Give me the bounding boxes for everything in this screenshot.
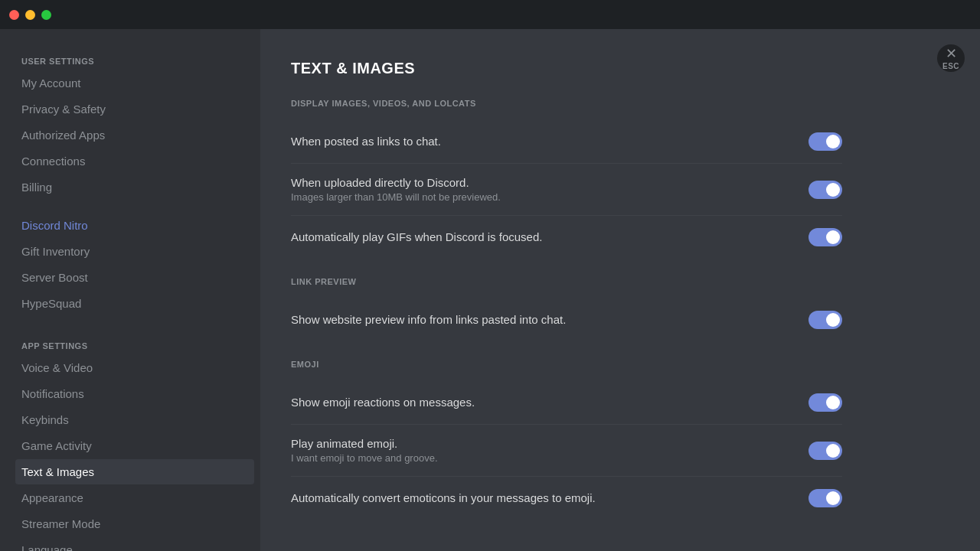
section-label-link-preview: LINK PREVIEW bbox=[291, 277, 842, 286]
content-area: ✕ ESC TEXT & IMAGES DISPLAY IMAGES, VIDE… bbox=[260, 29, 980, 551]
sidebar-item-billing[interactable]: Billing bbox=[15, 174, 254, 200]
toggle-auto-convert-emoticons[interactable] bbox=[808, 489, 842, 507]
sidebar-item-privacy-safety[interactable]: Privacy & Safety bbox=[15, 96, 254, 122]
setting-sublabel-when-uploaded-directly: Images larger than 10MB will not be prev… bbox=[291, 191, 793, 203]
x-icon: ✕ bbox=[946, 47, 957, 60]
setting-label-auto-convert-emoticons: Automatically convert emoticons in your … bbox=[291, 491, 793, 504]
window-controls bbox=[9, 10, 51, 20]
setting-label-show-website-preview: Show website preview info from links pas… bbox=[291, 313, 793, 326]
setting-row-auto-convert-emoticons: Automatically convert emoticons in your … bbox=[291, 477, 842, 520]
sidebar: USER SETTINGS My AccountPrivacy & Safety… bbox=[0, 29, 260, 551]
app-container: USER SETTINGS My AccountPrivacy & Safety… bbox=[0, 29, 980, 551]
maximize-window-button[interactable] bbox=[41, 10, 51, 20]
toggle-play-animated-emoji[interactable] bbox=[808, 442, 842, 460]
close-window-button[interactable] bbox=[9, 10, 19, 20]
toggle-when-posted-links[interactable] bbox=[808, 132, 842, 151]
setting-label-show-emoji-reactions: Show emoji reactions on messages. bbox=[291, 396, 793, 409]
toggle-slider-auto-play-gifs bbox=[808, 228, 842, 246]
setting-text-auto-convert-emoticons: Automatically convert emoticons in your … bbox=[291, 491, 808, 506]
setting-text-show-emoji-reactions: Show emoji reactions on messages. bbox=[291, 396, 808, 410]
toggle-show-emoji-reactions[interactable] bbox=[808, 393, 842, 412]
setting-sublabel-play-animated-emoji: I want emoji to move and groove. bbox=[291, 452, 793, 464]
setting-text-show-website-preview: Show website preview info from links pas… bbox=[291, 313, 808, 328]
toggle-slider-auto-convert-emoticons bbox=[808, 489, 842, 507]
sidebar-item-hypesquad[interactable]: HypeSquad bbox=[15, 291, 254, 316]
toggle-auto-play-gifs[interactable] bbox=[808, 228, 842, 246]
section-label-display-images: DISPLAY IMAGES, VIDEOS, AND LOLCATS bbox=[291, 99, 842, 108]
setting-row-play-animated-emoji: Play animated emoji.I want emoji to move… bbox=[291, 425, 842, 477]
sidebar-item-notifications[interactable]: Notifications bbox=[15, 381, 254, 406]
sidebar-item-text-images[interactable]: Text & Images bbox=[15, 459, 254, 484]
setting-text-auto-play-gifs: Automatically play GIFs when Discord is … bbox=[291, 230, 808, 245]
sidebar-item-discord-nitro[interactable]: Discord Nitro bbox=[15, 213, 254, 238]
page-title: TEXT & IMAGES bbox=[291, 60, 842, 77]
section-link-preview: LINK PREVIEWShow website preview info fr… bbox=[291, 277, 842, 341]
setting-text-when-posted-links: When posted as links to chat. bbox=[291, 135, 808, 149]
section-emoji: EMOJIShow emoji reactions on messages.Pl… bbox=[291, 360, 842, 520]
app-settings-label: APP SETTINGS bbox=[15, 329, 254, 354]
toggle-slider-show-emoji-reactions bbox=[808, 393, 842, 412]
setting-row-when-uploaded-directly: When uploaded directly to Discord.Images… bbox=[291, 164, 842, 216]
setting-row-auto-play-gifs: Automatically play GIFs when Discord is … bbox=[291, 216, 842, 259]
sidebar-item-my-account[interactable]: My Account bbox=[15, 70, 254, 96]
setting-label-play-animated-emoji: Play animated emoji. bbox=[291, 437, 793, 450]
esc-label: ESC bbox=[942, 62, 959, 70]
toggle-slider-when-posted-links bbox=[808, 132, 842, 151]
sidebar-item-appearance[interactable]: Appearance bbox=[15, 485, 254, 510]
content-inner: TEXT & IMAGES DISPLAY IMAGES, VIDEOS, AN… bbox=[291, 60, 842, 520]
user-settings-label: USER SETTINGS bbox=[15, 44, 254, 69]
sidebar-item-connections[interactable]: Connections bbox=[15, 148, 254, 174]
toggle-show-website-preview[interactable] bbox=[808, 311, 842, 329]
close-settings-button[interactable]: ✕ ESC bbox=[937, 44, 965, 72]
setting-text-play-animated-emoji: Play animated emoji.I want emoji to move… bbox=[291, 437, 808, 464]
toggle-slider-when-uploaded-directly bbox=[808, 181, 842, 199]
setting-row-show-website-preview: Show website preview info from links pas… bbox=[291, 298, 842, 341]
setting-label-auto-play-gifs: Automatically play GIFs when Discord is … bbox=[291, 230, 793, 243]
sidebar-item-language[interactable]: Language bbox=[15, 537, 254, 551]
toggle-slider-play-animated-emoji bbox=[808, 442, 842, 460]
sidebar-item-authorized-apps[interactable]: Authorized Apps bbox=[15, 122, 254, 148]
toggle-slider-show-website-preview bbox=[808, 311, 842, 329]
titlebar bbox=[0, 0, 980, 29]
sidebar-item-server-boost[interactable]: Server Boost bbox=[15, 265, 254, 290]
minimize-window-button[interactable] bbox=[25, 10, 35, 20]
sidebar-item-game-activity[interactable]: Game Activity bbox=[15, 433, 254, 458]
setting-row-when-posted-links: When posted as links to chat. bbox=[291, 120, 842, 164]
sidebar-item-keybinds[interactable]: Keybinds bbox=[15, 407, 254, 432]
toggle-when-uploaded-directly[interactable] bbox=[808, 181, 842, 199]
setting-text-when-uploaded-directly: When uploaded directly to Discord.Images… bbox=[291, 176, 808, 203]
sidebar-item-streamer-mode[interactable]: Streamer Mode bbox=[15, 511, 254, 536]
sidebar-item-voice-video[interactable]: Voice & Video bbox=[15, 355, 254, 380]
section-label-emoji: EMOJI bbox=[291, 360, 842, 369]
sidebar-item-gift-inventory[interactable]: Gift Inventory bbox=[15, 239, 254, 264]
section-display-images: DISPLAY IMAGES, VIDEOS, AND LOLCATSWhen … bbox=[291, 99, 842, 259]
setting-row-show-emoji-reactions: Show emoji reactions on messages. bbox=[291, 381, 842, 425]
setting-label-when-posted-links: When posted as links to chat. bbox=[291, 135, 793, 148]
setting-label-when-uploaded-directly: When uploaded directly to Discord. bbox=[291, 176, 793, 189]
